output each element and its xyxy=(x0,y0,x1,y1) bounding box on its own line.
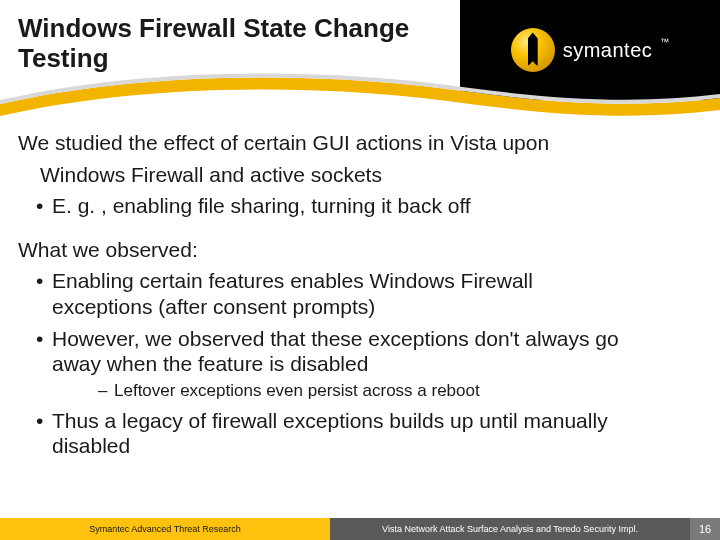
trademark-symbol: ™ xyxy=(660,37,669,47)
footer-right: Vista Network Attack Surface Analysis an… xyxy=(330,518,690,540)
slide: Windows Firewall State Change Testing sy… xyxy=(0,0,720,540)
sub-bullet-item: Leftover exceptions even persist across … xyxy=(98,381,702,402)
page-number: 16 xyxy=(690,518,720,540)
bullet-item: E. g. , enabling file sharing, turning i… xyxy=(36,193,702,219)
intro-line: We studied the effect of certain GUI act… xyxy=(18,130,702,156)
sub-bullets: Leftover exceptions even persist across … xyxy=(52,381,702,402)
bullet-item: However, we observed that these exceptio… xyxy=(36,326,702,402)
slide-body: We studied the effect of certain GUI act… xyxy=(18,130,702,465)
intro-line: Windows Firewall and active sockets xyxy=(18,162,702,188)
bullet-text: Enabling certain features enables Window… xyxy=(52,269,533,292)
slide-title: Windows Firewall State Change Testing xyxy=(18,14,458,74)
brand-name: symantec xyxy=(563,39,653,62)
bullet-text: exceptions (after consent prompts) xyxy=(52,295,375,318)
bullet-text: away when the feature is disabled xyxy=(52,352,368,375)
bullet-text: However, we observed that these exceptio… xyxy=(52,327,619,350)
bullet-text: disabled xyxy=(52,434,130,457)
slide-header: Windows Firewall State Change Testing sy… xyxy=(0,0,720,110)
bullet-item: Thus a legacy of firewall exceptions bui… xyxy=(36,408,702,459)
observed-heading: What we observed: xyxy=(18,237,702,263)
intro-bullets: E. g. , enabling file sharing, turning i… xyxy=(18,193,702,219)
bullet-item: Enabling certain features enables Window… xyxy=(36,268,702,319)
observed-bullets: Enabling certain features enables Window… xyxy=(18,268,702,458)
bullet-text: Thus a legacy of firewall exceptions bui… xyxy=(52,409,608,432)
slide-footer: Symantec Advanced Threat Research Vista … xyxy=(0,518,720,540)
footer-left: Symantec Advanced Threat Research xyxy=(0,518,330,540)
